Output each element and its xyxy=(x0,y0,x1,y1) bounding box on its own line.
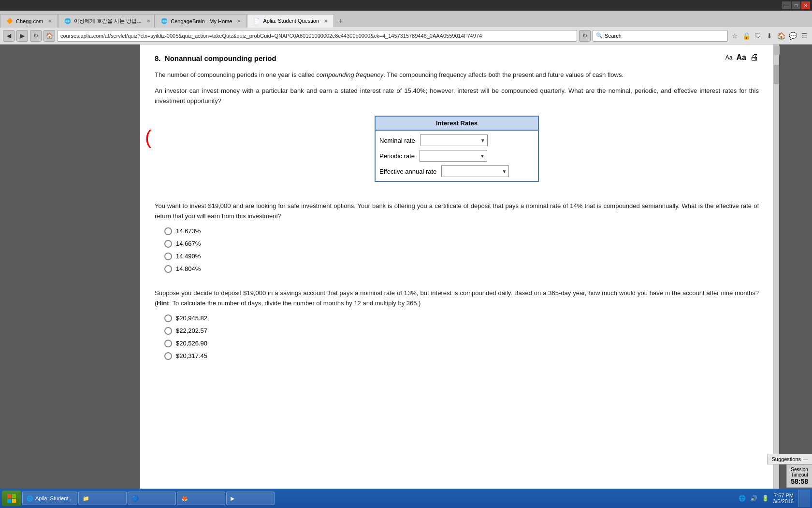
tab-cengage[interactable]: 🌐 CengageBrain - My Home ✕ xyxy=(155,14,247,28)
question-header: 8. Nonannual compounding period xyxy=(155,54,759,62)
taskbar-system-icons: 🌐 🔊 🔋 xyxy=(735,493,772,503)
option-22202: $22,202.57 xyxy=(164,327,759,335)
home2-icon[interactable]: 🏠 xyxy=(776,32,786,40)
radio-button[interactable] xyxy=(164,352,172,360)
option-label: $20,317.45 xyxy=(176,352,207,359)
svg-rect-0 xyxy=(7,494,11,498)
taskbar-explorer-item[interactable]: 📁 xyxy=(78,492,127,505)
taskbar-ie-item[interactable]: 🌐 Aplia: Student... xyxy=(22,492,77,505)
tab-label: 이성에게 호감을 사는 방법... xyxy=(74,17,141,25)
start-button[interactable] xyxy=(2,491,21,506)
taskbar: 🌐 Aplia: Student... 📁 🔵 🦊 ▶ 🌐 🔊 🔋 7:57 P… xyxy=(0,489,812,508)
question-title: Nonannual compounding period xyxy=(165,54,276,62)
option-14804: 14.804% xyxy=(164,265,759,273)
svg-rect-1 xyxy=(12,494,16,498)
suggestions-collapse-icon: — xyxy=(803,456,808,462)
back-button[interactable]: ◀ xyxy=(3,30,14,42)
tab-close-korean[interactable]: ✕ xyxy=(146,18,150,24)
interest-rates-section: ALL ( Interest Rates Nominal rate ▼ Peri… xyxy=(155,116,759,182)
taskbar-chrome-item[interactable]: 🔵 xyxy=(128,492,176,505)
left-padding xyxy=(0,45,140,489)
search-bar[interactable]: 🔍 Search xyxy=(593,30,728,42)
right-padding xyxy=(773,45,812,489)
font-small-button[interactable]: Aa xyxy=(725,54,733,61)
star-icon[interactable]: ☆ xyxy=(730,32,740,40)
chat-icon[interactable]: 💬 xyxy=(788,32,798,40)
close-button[interactable]: ✕ xyxy=(801,1,810,9)
option-20945: $20,945.82 xyxy=(164,314,759,322)
window-controls: — □ ✕ xyxy=(782,1,810,9)
nominal-rate-select[interactable]: ▼ xyxy=(420,134,488,146)
tab-label: CengageBrain - My Home xyxy=(171,18,232,24)
tab-favicon: 🌐 xyxy=(161,18,168,24)
scrollbar[interactable] xyxy=(773,45,779,489)
option-label: $20,526.90 xyxy=(176,340,207,347)
tab-label: Aplia: Student Question xyxy=(263,18,319,24)
annotation-bracket: ( xyxy=(145,128,151,147)
scrollbar-thumb[interactable] xyxy=(774,65,779,84)
taskbar-ie-label: Aplia: Student... xyxy=(35,495,73,501)
search-placeholder: Search xyxy=(605,33,622,39)
tab-aplia[interactable]: 📄 Aplia: Student Question ✕ xyxy=(247,14,334,28)
tab-favicon: 🔶 xyxy=(6,18,13,24)
media-icon: ▶ xyxy=(231,495,234,502)
effective-rate-label: Effective annual rate xyxy=(379,168,436,175)
explorer-icon: 📁 xyxy=(83,495,89,502)
tab-close-chegg[interactable]: ✕ xyxy=(48,18,52,24)
firefox-icon: 🦊 xyxy=(181,495,188,502)
taskbar-media-item[interactable]: ▶ xyxy=(226,492,275,505)
periodic-rate-label: Periodic rate xyxy=(379,152,415,160)
option-14490: 14.490% xyxy=(164,253,759,260)
search-icon: 🔍 xyxy=(596,32,603,39)
download-icon[interactable]: ⬇ xyxy=(765,32,774,40)
option-label: $20,945.82 xyxy=(176,314,207,322)
radio-button[interactable] xyxy=(164,327,172,335)
url-text: courses.aplia.com/af/servlet/quiz?ctx=sy… xyxy=(60,33,482,39)
main-page: Aa Aa 🖨 8. Nonannual compounding period … xyxy=(140,45,773,489)
radio-button[interactable] xyxy=(164,240,172,248)
tab-chegg[interactable]: 🔶 Chegg.com ✕ xyxy=(0,14,58,28)
option-label: 14.667% xyxy=(176,240,201,247)
taskbar-time: 7:57 PM xyxy=(773,493,794,498)
tab-close-cengage[interactable]: ✕ xyxy=(237,18,241,24)
question-number: 8. xyxy=(155,54,163,62)
tab-korean[interactable]: 🌐 이성에게 호감을 사는 방법... ✕ xyxy=(58,14,155,28)
windows-logo-icon xyxy=(7,493,16,503)
maximize-button[interactable]: □ xyxy=(792,1,800,9)
font-large-button[interactable]: Aa xyxy=(737,53,746,62)
suggestions-panel[interactable]: Suggestions — xyxy=(767,454,812,464)
periodic-rate-select[interactable]: ▼ xyxy=(420,150,487,162)
tab-close-aplia[interactable]: ✕ xyxy=(324,18,328,24)
url-input[interactable]: courses.aplia.com/af/servlet/quiz?ctx=sy… xyxy=(57,30,577,42)
question1-text: An investor can invest money with a part… xyxy=(155,86,759,106)
forward-button[interactable]: ▶ xyxy=(16,30,28,42)
home-button[interactable]: 🏠 xyxy=(44,30,55,42)
print-icon[interactable]: 🖨 xyxy=(750,52,759,62)
option-label: 14.804% xyxy=(176,265,201,272)
volume-icon[interactable]: 🔊 xyxy=(749,493,758,503)
nominal-rate-label: Nominal rate xyxy=(379,137,415,144)
minimize-button[interactable]: — xyxy=(782,1,791,9)
taskbar-firefox-item[interactable]: 🦊 xyxy=(177,492,225,505)
taskbar-clock[interactable]: 7:57 PM 3/6/2016 xyxy=(773,493,798,504)
new-tab-button[interactable]: + xyxy=(334,15,348,27)
question2-options: 14.673% 14.667% 14.490% 14.804% xyxy=(164,227,759,273)
effective-rate-select[interactable]: ▼ xyxy=(441,165,509,177)
lock-icon[interactable]: 🔒 xyxy=(741,32,751,40)
option-20317: $20,317.45 xyxy=(164,352,759,360)
radio-button[interactable] xyxy=(164,253,172,260)
refresh-button[interactable]: ↻ xyxy=(30,30,42,42)
interest-table-header: Interest Rates xyxy=(376,117,538,131)
radio-button[interactable] xyxy=(164,227,172,235)
menu-icon[interactable]: ☰ xyxy=(799,32,809,40)
interest-rates-table: Interest Rates Nominal rate ▼ Periodic r… xyxy=(375,116,539,182)
option-14673: 14.673% xyxy=(164,227,759,235)
dropdown-arrow-icon: ▼ xyxy=(480,138,485,143)
network-icon[interactable]: 🌐 xyxy=(737,493,747,503)
refresh-page-button[interactable]: ↻ xyxy=(579,30,591,42)
chrome-icon: 🔵 xyxy=(132,495,139,502)
radio-button[interactable] xyxy=(164,340,172,347)
radio-button[interactable] xyxy=(164,314,172,322)
radio-button[interactable] xyxy=(164,265,172,273)
show-desktop-button[interactable] xyxy=(798,490,810,507)
